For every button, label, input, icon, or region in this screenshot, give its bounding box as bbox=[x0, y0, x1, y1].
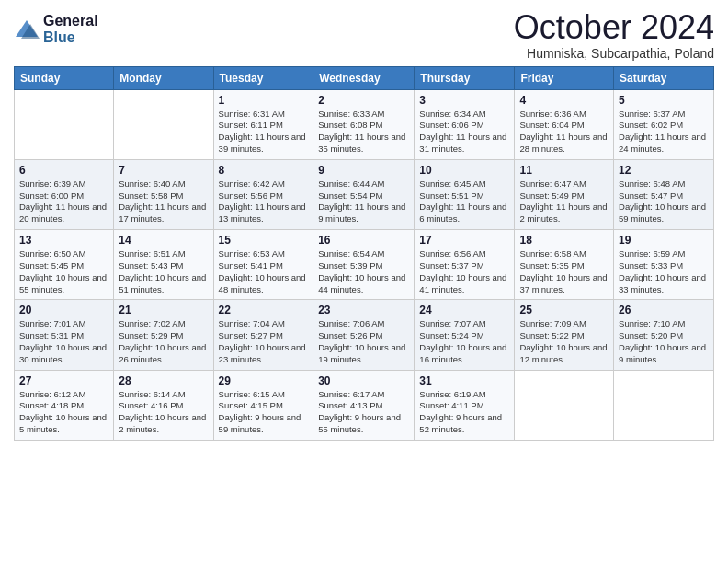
day-info: Sunrise: 6:12 AM Sunset: 4:18 PM Dayligh… bbox=[19, 389, 108, 436]
day-info: Sunrise: 6:15 AM Sunset: 4:15 PM Dayligh… bbox=[219, 389, 309, 436]
week-row-1: 1Sunrise: 6:31 AM Sunset: 6:11 PM Daylig… bbox=[15, 89, 714, 159]
calendar-cell: 15Sunrise: 6:53 AM Sunset: 5:41 PM Dayli… bbox=[213, 230, 313, 300]
calendar-cell: 24Sunrise: 7:07 AM Sunset: 5:24 PM Dayli… bbox=[415, 300, 515, 370]
day-info: Sunrise: 6:36 AM Sunset: 6:04 PM Dayligh… bbox=[519, 109, 609, 155]
calendar-cell: 27Sunrise: 6:12 AM Sunset: 4:18 PM Dayli… bbox=[15, 370, 114, 440]
calendar-cell: 9Sunrise: 6:44 AM Sunset: 5:54 PM Daylig… bbox=[313, 159, 415, 229]
day-number: 30 bbox=[318, 374, 409, 387]
week-row-5: 27Sunrise: 6:12 AM Sunset: 4:18 PM Dayli… bbox=[15, 370, 714, 440]
calendar-cell: 17Sunrise: 6:56 AM Sunset: 5:37 PM Dayli… bbox=[415, 230, 515, 300]
day-info: Sunrise: 6:40 AM Sunset: 5:58 PM Dayligh… bbox=[119, 178, 208, 225]
calendar-cell: 26Sunrise: 7:10 AM Sunset: 5:20 PM Dayli… bbox=[614, 300, 714, 370]
calendar-cell bbox=[114, 89, 213, 159]
calendar-cell: 31Sunrise: 6:19 AM Sunset: 4:11 PM Dayli… bbox=[415, 370, 515, 440]
title-block: October 2024 Humniska, Subcarpathia, Pol… bbox=[514, 9, 714, 61]
calendar-cell: 8Sunrise: 6:42 AM Sunset: 5:56 PM Daylig… bbox=[213, 159, 313, 229]
calendar-cell: 28Sunrise: 6:14 AM Sunset: 4:16 PM Dayli… bbox=[114, 370, 213, 440]
day-number: 15 bbox=[219, 234, 309, 247]
weekday-header-row: SundayMondayTuesdayWednesdayThursdayFrid… bbox=[15, 66, 714, 89]
day-info: Sunrise: 6:56 AM Sunset: 5:37 PM Dayligh… bbox=[419, 248, 509, 295]
day-number: 5 bbox=[619, 94, 709, 107]
calendar-cell bbox=[15, 89, 114, 159]
logo-icon bbox=[14, 17, 40, 42]
day-info: Sunrise: 6:50 AM Sunset: 5:45 PM Dayligh… bbox=[19, 248, 108, 295]
day-number: 24 bbox=[419, 304, 509, 316]
logo-text: General Blue bbox=[43, 13, 98, 45]
day-number: 19 bbox=[619, 234, 709, 247]
day-number: 16 bbox=[318, 234, 409, 247]
calendar-cell: 23Sunrise: 7:06 AM Sunset: 5:26 PM Dayli… bbox=[313, 300, 415, 370]
logo-blue: Blue bbox=[43, 29, 98, 46]
day-number: 4 bbox=[519, 94, 609, 107]
day-info: Sunrise: 6:37 AM Sunset: 6:02 PM Dayligh… bbox=[619, 109, 709, 155]
day-info: Sunrise: 7:07 AM Sunset: 5:24 PM Dayligh… bbox=[419, 318, 509, 365]
day-number: 28 bbox=[119, 374, 208, 387]
calendar-cell: 12Sunrise: 6:48 AM Sunset: 5:47 PM Dayli… bbox=[614, 159, 714, 229]
weekday-friday: Friday bbox=[515, 66, 614, 89]
weekday-saturday: Saturday bbox=[614, 66, 714, 89]
calendar-table: SundayMondayTuesdayWednesdayThursdayFrid… bbox=[14, 66, 714, 441]
calendar-cell: 11Sunrise: 6:47 AM Sunset: 5:49 PM Dayli… bbox=[515, 159, 614, 229]
day-info: Sunrise: 6:54 AM Sunset: 5:39 PM Dayligh… bbox=[318, 248, 409, 295]
calendar-cell: 14Sunrise: 6:51 AM Sunset: 5:43 PM Dayli… bbox=[114, 230, 213, 300]
day-number: 23 bbox=[318, 304, 409, 316]
day-number: 29 bbox=[219, 374, 309, 387]
weekday-thursday: Thursday bbox=[415, 66, 515, 89]
calendar-cell: 4Sunrise: 6:36 AM Sunset: 6:04 PM Daylig… bbox=[515, 89, 614, 159]
week-row-2: 6Sunrise: 6:39 AM Sunset: 6:00 PM Daylig… bbox=[15, 159, 714, 229]
calendar-cell: 1Sunrise: 6:31 AM Sunset: 6:11 PM Daylig… bbox=[213, 89, 313, 159]
day-number: 20 bbox=[19, 304, 108, 316]
day-number: 18 bbox=[519, 234, 609, 247]
header: General Blue October 2024 Humniska, Subc… bbox=[14, 9, 714, 61]
day-number: 10 bbox=[419, 164, 509, 177]
logo: General Blue bbox=[14, 13, 98, 45]
calendar-cell: 29Sunrise: 6:15 AM Sunset: 4:15 PM Dayli… bbox=[213, 370, 313, 440]
day-info: Sunrise: 6:33 AM Sunset: 6:08 PM Dayligh… bbox=[318, 109, 409, 155]
day-number: 11 bbox=[519, 164, 609, 177]
calendar-cell: 2Sunrise: 6:33 AM Sunset: 6:08 PM Daylig… bbox=[313, 89, 415, 159]
calendar-cell: 3Sunrise: 6:34 AM Sunset: 6:06 PM Daylig… bbox=[415, 89, 515, 159]
day-info: Sunrise: 6:53 AM Sunset: 5:41 PM Dayligh… bbox=[219, 248, 309, 295]
weekday-tuesday: Tuesday bbox=[213, 66, 313, 89]
day-info: Sunrise: 6:59 AM Sunset: 5:33 PM Dayligh… bbox=[619, 248, 709, 295]
day-number: 17 bbox=[419, 234, 509, 247]
day-info: Sunrise: 6:34 AM Sunset: 6:06 PM Dayligh… bbox=[419, 109, 509, 155]
day-number: 21 bbox=[119, 304, 208, 316]
calendar-cell: 20Sunrise: 7:01 AM Sunset: 5:31 PM Dayli… bbox=[15, 300, 114, 370]
calendar-cell: 6Sunrise: 6:39 AM Sunset: 6:00 PM Daylig… bbox=[15, 159, 114, 229]
calendar-cell: 13Sunrise: 6:50 AM Sunset: 5:45 PM Dayli… bbox=[15, 230, 114, 300]
day-number: 31 bbox=[419, 374, 509, 387]
calendar-cell bbox=[614, 370, 714, 440]
day-number: 1 bbox=[219, 94, 309, 107]
calendar-cell: 16Sunrise: 6:54 AM Sunset: 5:39 PM Dayli… bbox=[313, 230, 415, 300]
day-info: Sunrise: 6:17 AM Sunset: 4:13 PM Dayligh… bbox=[318, 389, 409, 436]
day-number: 2 bbox=[318, 94, 409, 107]
location: Humniska, Subcarpathia, Poland bbox=[514, 46, 714, 61]
day-info: Sunrise: 6:19 AM Sunset: 4:11 PM Dayligh… bbox=[419, 389, 509, 436]
calendar-cell: 7Sunrise: 6:40 AM Sunset: 5:58 PM Daylig… bbox=[114, 159, 213, 229]
day-info: Sunrise: 6:51 AM Sunset: 5:43 PM Dayligh… bbox=[119, 248, 208, 295]
day-info: Sunrise: 6:14 AM Sunset: 4:16 PM Dayligh… bbox=[119, 389, 208, 436]
day-number: 12 bbox=[619, 164, 709, 177]
day-info: Sunrise: 6:45 AM Sunset: 5:51 PM Dayligh… bbox=[419, 178, 509, 225]
day-info: Sunrise: 7:04 AM Sunset: 5:27 PM Dayligh… bbox=[219, 318, 309, 365]
weekday-monday: Monday bbox=[114, 66, 213, 89]
calendar-cell: 5Sunrise: 6:37 AM Sunset: 6:02 PM Daylig… bbox=[614, 89, 714, 159]
calendar-cell: 25Sunrise: 7:09 AM Sunset: 5:22 PM Dayli… bbox=[515, 300, 614, 370]
day-number: 13 bbox=[19, 234, 108, 247]
calendar-cell: 21Sunrise: 7:02 AM Sunset: 5:29 PM Dayli… bbox=[114, 300, 213, 370]
day-info: Sunrise: 7:09 AM Sunset: 5:22 PM Dayligh… bbox=[519, 318, 609, 365]
day-number: 3 bbox=[419, 94, 509, 107]
calendar-cell: 19Sunrise: 6:59 AM Sunset: 5:33 PM Dayli… bbox=[614, 230, 714, 300]
day-number: 22 bbox=[219, 304, 309, 316]
month-title: October 2024 bbox=[514, 9, 714, 46]
day-info: Sunrise: 7:02 AM Sunset: 5:29 PM Dayligh… bbox=[119, 318, 208, 365]
day-number: 27 bbox=[19, 374, 108, 387]
day-number: 7 bbox=[119, 164, 208, 177]
day-info: Sunrise: 6:48 AM Sunset: 5:47 PM Dayligh… bbox=[619, 178, 709, 225]
day-number: 8 bbox=[219, 164, 309, 177]
day-info: Sunrise: 6:44 AM Sunset: 5:54 PM Dayligh… bbox=[318, 178, 409, 225]
day-number: 25 bbox=[519, 304, 609, 316]
day-info: Sunrise: 7:10 AM Sunset: 5:20 PM Dayligh… bbox=[619, 318, 709, 365]
calendar-page: General Blue October 2024 Humniska, Subc… bbox=[0, 0, 728, 563]
